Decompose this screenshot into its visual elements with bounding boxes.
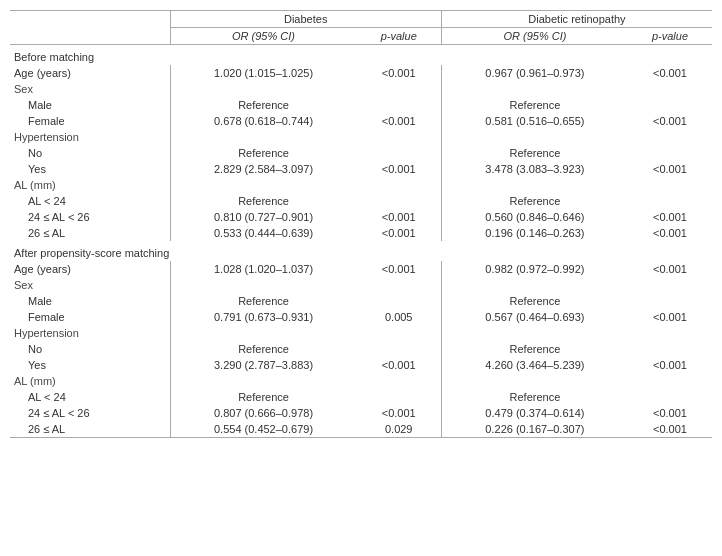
row-label: Age (years)	[10, 261, 170, 277]
table-row: Yes 3.290 (2.787–3.883) <0.001 4.260 (3.…	[10, 357, 712, 373]
row-label: 26 ≤ AL	[10, 421, 170, 438]
table-row: No Reference Reference	[10, 145, 712, 161]
diabetes-or: 0.791 (0.673–0.931)	[170, 309, 357, 325]
dr-p-header: p-value	[628, 28, 712, 45]
row-label: Age (years)	[10, 65, 170, 81]
dr-p	[628, 129, 712, 145]
row-label: AL < 24	[10, 389, 170, 405]
row-label: AL (mm)	[10, 373, 170, 389]
diabetes-p: <0.001	[357, 113, 442, 129]
table-row: 26 ≤ AL 0.533 (0.444–0.639) <0.001 0.196…	[10, 225, 712, 241]
diabetes-p	[357, 293, 442, 309]
diabetes-or	[170, 81, 357, 97]
dr-p	[628, 373, 712, 389]
diabetes-or: Reference	[170, 145, 357, 161]
dr-p: <0.001	[628, 113, 712, 129]
row-label: Yes	[10, 357, 170, 373]
diabetes-or: 0.533 (0.444–0.639)	[170, 225, 357, 241]
dr-p: <0.001	[628, 405, 712, 421]
diabetes-p	[357, 129, 442, 145]
dr-or: 4.260 (3.464–5.239)	[441, 357, 628, 373]
dr-p	[628, 177, 712, 193]
dr-or: Reference	[441, 145, 628, 161]
table-row: 26 ≤ AL 0.554 (0.452–0.679) 0.029 0.226 …	[10, 421, 712, 438]
table-row: Age (years) 1.020 (1.015–1.025) <0.001 0…	[10, 65, 712, 81]
diabetes-or: 1.020 (1.015–1.025)	[170, 65, 357, 81]
dr-or	[441, 277, 628, 293]
table-row: Male Reference Reference	[10, 293, 712, 309]
diabetes-or: 0.807 (0.666–0.978)	[170, 405, 357, 421]
row-label: Hypertension	[10, 325, 170, 341]
dr-or: 0.967 (0.961–0.973)	[441, 65, 628, 81]
dr-p	[628, 193, 712, 209]
table-row: AL (mm)	[10, 373, 712, 389]
diabetes-p	[357, 97, 442, 113]
diabetes-or: 0.678 (0.618–0.744)	[170, 113, 357, 129]
diabetes-or: Reference	[170, 193, 357, 209]
dr-or: Reference	[441, 193, 628, 209]
diabetes-p: <0.001	[357, 65, 442, 81]
table-row: Sex	[10, 81, 712, 97]
table-row: Age (years) 1.028 (1.020–1.037) <0.001 0…	[10, 261, 712, 277]
dr-p	[628, 293, 712, 309]
diabetes-or: 1.028 (1.020–1.037)	[170, 261, 357, 277]
table-row: Sex	[10, 277, 712, 293]
dr-or: 3.478 (3.083–3.923)	[441, 161, 628, 177]
table-row: Male Reference Reference	[10, 97, 712, 113]
diabetes-or: Reference	[170, 293, 357, 309]
dr-or: 0.479 (0.374–0.614)	[441, 405, 628, 421]
row-label: Sex	[10, 277, 170, 293]
diabetes-or-header: OR (95% CI)	[170, 28, 357, 45]
diabetes-or	[170, 129, 357, 145]
column-sub-header-row: OR (95% CI) p-value OR (95% CI) p-value	[10, 28, 712, 45]
empty-header	[10, 11, 170, 28]
table-row: AL < 24 Reference Reference	[10, 193, 712, 209]
diabetes-p: <0.001	[357, 261, 442, 277]
dr-p: <0.001	[628, 309, 712, 325]
diabetes-or	[170, 177, 357, 193]
row-label: Male	[10, 293, 170, 309]
row-label: 24 ≤ AL < 26	[10, 209, 170, 225]
row-label: 24 ≤ AL < 26	[10, 405, 170, 421]
dr-or	[441, 325, 628, 341]
diabetes-p: 0.005	[357, 309, 442, 325]
dr-or: Reference	[441, 341, 628, 357]
row-label: Female	[10, 113, 170, 129]
diabetes-or: Reference	[170, 341, 357, 357]
results-table: Diabetes Diabetic retinopathy OR (95% CI…	[10, 10, 712, 438]
table-row: Hypertension	[10, 129, 712, 145]
table-row: Female 0.791 (0.673–0.931) 0.005 0.567 (…	[10, 309, 712, 325]
dr-or	[441, 81, 628, 97]
table-row: 24 ≤ AL < 26 0.807 (0.666–0.978) <0.001 …	[10, 405, 712, 421]
diabetes-or: 0.554 (0.452–0.679)	[170, 421, 357, 438]
dr-p: <0.001	[628, 65, 712, 81]
dr-p: <0.001	[628, 209, 712, 225]
dr-or: 0.226 (0.167–0.307)	[441, 421, 628, 438]
table-row: Yes 2.829 (2.584–3.097) <0.001 3.478 (3.…	[10, 161, 712, 177]
dr-p: <0.001	[628, 225, 712, 241]
section-title: After propensity-score matching	[10, 241, 712, 261]
diabetes-p: 0.029	[357, 421, 442, 438]
diabetes-group-header: Diabetes	[170, 11, 441, 28]
dr-p	[628, 389, 712, 405]
dr-or-header: OR (95% CI)	[441, 28, 628, 45]
diabetes-p	[357, 193, 442, 209]
dr-p: <0.001	[628, 421, 712, 438]
dr-or: 0.982 (0.972–0.992)	[441, 261, 628, 277]
row-label: 26 ≤ AL	[10, 225, 170, 241]
row-label: Female	[10, 309, 170, 325]
section-title-row: After propensity-score matching	[10, 241, 712, 261]
diabetes-p	[357, 389, 442, 405]
diabetes-p: <0.001	[357, 405, 442, 421]
diabetes-p	[357, 373, 442, 389]
table-row: Female 0.678 (0.618–0.744) <0.001 0.581 …	[10, 113, 712, 129]
empty-subheader	[10, 28, 170, 45]
diabetes-p: <0.001	[357, 209, 442, 225]
dr-or: Reference	[441, 97, 628, 113]
dr-or: 0.196 (0.146–0.263)	[441, 225, 628, 241]
diabetes-p	[357, 341, 442, 357]
table-row: AL < 24 Reference Reference	[10, 389, 712, 405]
diabetes-p	[357, 81, 442, 97]
dr-p	[628, 277, 712, 293]
table-body: Before matching Age (years) 1.020 (1.015…	[10, 45, 712, 438]
